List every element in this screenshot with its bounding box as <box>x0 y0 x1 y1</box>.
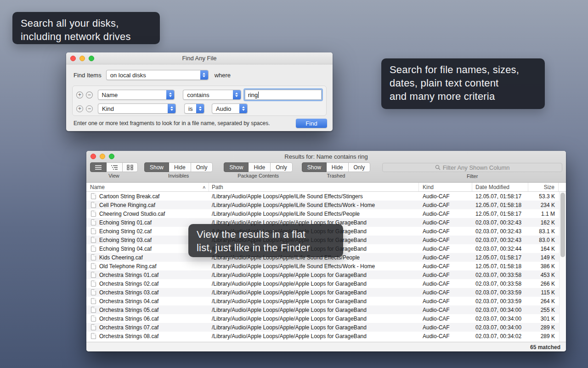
cell-date: 02.03.07, 00:34:00 <box>472 316 528 322</box>
column-header-size[interactable]: Size <box>528 183 559 191</box>
criteria-box: + − Name contains ring + − Kin <box>72 86 327 116</box>
cell-kind: Audio-CAF <box>419 246 472 252</box>
invisibles-show-button[interactable]: Show <box>144 162 169 172</box>
table-row[interactable]: Orchestra Strings 01.caf/Library/Audio/A… <box>86 270 566 279</box>
callout-line: list, just like in the Finder <box>197 241 335 254</box>
add-criterion-button[interactable]: + <box>76 92 83 98</box>
cell-name: Orchestra Strings 03.caf <box>86 289 209 296</box>
minus-icon: − <box>88 92 91 98</box>
view-hierarchical-button[interactable] <box>106 162 123 172</box>
cell-name: Orchestra Strings 05.caf <box>86 307 209 313</box>
cell-path: /Library/Audio/Apple Loops/Apple/iLife S… <box>209 211 419 217</box>
column-header-date-modified[interactable]: Date Modified <box>472 183 528 191</box>
minimize-button[interactable] <box>79 56 85 61</box>
cell-name: Orchestra Strings 06.caf <box>86 316 209 322</box>
package-show-button[interactable]: Show <box>224 162 249 172</box>
table-row[interactable]: Orchestra Strings 02.caf/Library/Audio/A… <box>86 279 566 288</box>
file-icon <box>91 298 96 304</box>
cell-path: /Library/Audio/Apple Loops/Apple/Apple L… <box>209 272 419 278</box>
trashed-group-label: Trashed <box>327 173 345 178</box>
search-term-input[interactable]: ring <box>245 90 322 100</box>
callout-search-criteria: Search for file names, sizes, dates, pla… <box>381 58 545 109</box>
match-count: 65 matched <box>530 344 560 351</box>
column-header-name[interactable]: Name ∧ <box>86 183 209 191</box>
trashed-only-button[interactable]: Only <box>348 162 371 172</box>
operator-popup[interactable]: contains <box>183 90 241 100</box>
zoom-button[interactable] <box>89 56 94 61</box>
file-icon <box>91 307 96 313</box>
table-row[interactable]: Cheering Crowd Studio.caf/Library/Audio/… <box>86 209 566 218</box>
table-row[interactable]: Old Telephone Ring.caf/Library/Audio/App… <box>86 262 566 270</box>
minimize-button[interactable] <box>100 154 105 159</box>
table-row[interactable]: Orchestra Strings 04.caf/Library/Audio/A… <box>86 297 566 305</box>
remove-criterion-button[interactable]: − <box>86 105 93 112</box>
file-icon <box>91 272 96 278</box>
trashed-show-button[interactable]: Show <box>302 162 327 172</box>
cell-kind: Audio-CAF <box>419 272 472 278</box>
cell-name: Orchestra Strings 08.caf <box>86 333 209 339</box>
find-window-titlebar[interactable]: Find Any File <box>66 52 333 64</box>
scrollbar-thumb[interactable] <box>560 193 565 257</box>
table-row[interactable]: Orchestra Strings 03.caf/Library/Audio/A… <box>86 288 566 297</box>
cell-path: /Library/Audio/Apple Loops/Apple/Apple L… <box>209 333 419 339</box>
table-row[interactable]: Orchestra Strings 06.caf/Library/Audio/A… <box>86 314 566 323</box>
flat-list-icon <box>95 165 102 170</box>
table-row[interactable]: Orchestra Strings 07.caf/Library/Audio/A… <box>86 323 566 332</box>
file-icon <box>91 333 96 339</box>
table-row[interactable]: Cartoon String Break.caf/Library/Audio/A… <box>86 192 566 201</box>
cell-name: Cheering Crowd Studio.caf <box>86 211 209 217</box>
callout-line: View the results in a flat <box>197 228 335 241</box>
table-rows: Cartoon String Break.caf/Library/Audio/A… <box>86 192 566 340</box>
close-button[interactable] <box>70 56 76 61</box>
close-button[interactable] <box>90 154 96 159</box>
cell-kind: Audio-CAF <box>419 324 472 331</box>
cell-path: /Library/Audio/Apple Loops/Apple/Apple L… <box>209 324 419 331</box>
attribute-popup-value: Kind <box>102 105 114 112</box>
invisibles-hide-button[interactable]: Hide <box>169 162 191 172</box>
scope-popup[interactable]: on local disks <box>106 70 209 80</box>
cell-date: 12.05.07, 01:58:17 <box>472 254 528 261</box>
callout-line: including network drives <box>21 30 152 43</box>
table-row[interactable]: Cell Phone Ringing.caf/Library/Audio/App… <box>86 201 566 209</box>
cell-kind: Audio-CAF <box>419 289 472 296</box>
text-caret <box>258 92 259 98</box>
view-grid-button[interactable] <box>122 162 138 172</box>
cell-date: 02.03.07, 00:32:43 <box>472 228 528 235</box>
table-row[interactable]: Orchestra Strings 08.caf/Library/Audio/A… <box>86 332 566 340</box>
cell-date: 02.03.07, 00:32:44 <box>472 246 528 252</box>
cell-name: Orchestra Strings 07.caf <box>86 324 209 331</box>
trashed-hide-button[interactable]: Hide <box>326 162 349 172</box>
results-titlebar[interactable]: Results for: Name contains ring <box>86 151 566 162</box>
status-bar: 65 matched <box>86 342 566 351</box>
package-contents-group: Show Hide Only Package Contents <box>224 162 292 182</box>
cell-date: 02.03.07, 00:32:43 <box>472 219 528 226</box>
cell-kind: Audio-CAF <box>419 228 472 235</box>
file-icon <box>91 316 96 322</box>
find-items-label: Find Items <box>74 72 102 79</box>
results-header-area: Results for: Name contains ring <box>86 151 566 183</box>
remove-criterion-button[interactable]: − <box>86 92 93 98</box>
vertical-scrollbar[interactable] <box>559 192 566 342</box>
invisibles-only-button[interactable]: Only <box>191 162 213 172</box>
column-header-kind[interactable]: Kind <box>419 183 472 191</box>
view-flat-list-button[interactable] <box>90 162 107 172</box>
zoom-button[interactable] <box>109 154 114 159</box>
cell-path: /Library/Audio/Apple Loops/Apple/Apple L… <box>209 281 419 287</box>
find-button[interactable]: Find <box>296 119 327 128</box>
find-any-file-window: Find Any File Find Items on local disks … <box>66 52 333 131</box>
file-icon <box>91 219 96 225</box>
cell-kind: Audio-CAF <box>419 316 472 322</box>
cell-size: 386 K <box>528 263 559 270</box>
filter-input[interactable]: Filter Any Shown Column <box>382 163 562 172</box>
table-row[interactable]: Orchestra Strings 05.caf/Library/Audio/A… <box>86 305 566 314</box>
add-criterion-button[interactable]: + <box>76 105 83 112</box>
attribute-popup[interactable]: Kind <box>98 104 176 114</box>
column-header-path[interactable]: Path <box>209 183 419 191</box>
operator-popup[interactable]: is <box>184 104 204 114</box>
package-only-button[interactable]: Only <box>270 162 293 172</box>
file-icon <box>91 211 96 217</box>
kind-value-popup[interactable]: Audio <box>212 104 248 114</box>
attribute-popup[interactable]: Name <box>98 90 175 100</box>
package-hide-button[interactable]: Hide <box>248 162 271 172</box>
file-icon <box>91 193 96 199</box>
